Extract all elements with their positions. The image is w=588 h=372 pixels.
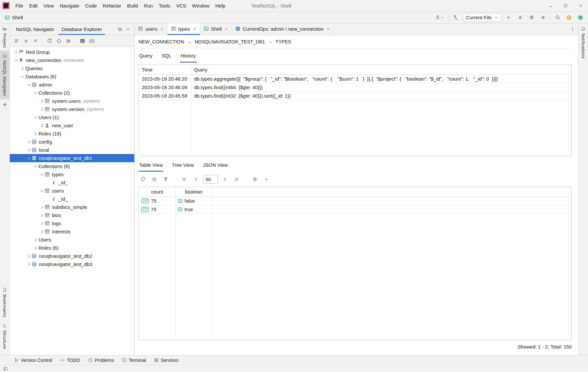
tree-row[interactable]: Collections (2)	[10, 89, 134, 97]
stop-icon[interactable]	[539, 13, 547, 22]
locate-icon[interactable]	[55, 37, 63, 45]
next-page-icon[interactable]	[220, 175, 229, 184]
expand-chevron-icon[interactable]	[39, 204, 44, 210]
expand-chevron-icon[interactable]	[32, 163, 38, 169]
expand-chevron-icon[interactable]	[12, 49, 18, 55]
grid-row[interactable]: i32 75 false	[139, 197, 571, 205]
query-tab[interactable]: SQL	[161, 53, 172, 63]
expand-chevron-icon[interactable]	[25, 82, 31, 88]
tree-row[interactable]: types	[10, 170, 134, 178]
tree-row[interactable]: new_user	[10, 121, 134, 130]
stripe-structure-button[interactable]: Structure	[0, 320, 9, 352]
filter-settings-icon[interactable]	[64, 37, 73, 45]
coverage-icon[interactable]	[527, 13, 536, 22]
query-tab[interactable]: Query	[139, 53, 153, 63]
grid-row[interactable]: i32 75 true	[139, 205, 571, 214]
tool-window-button[interactable]: Services	[151, 357, 181, 364]
result-view-tab[interactable]: Tree View	[171, 162, 194, 172]
run-icon[interactable]	[504, 13, 513, 22]
menu-item[interactable]: Run	[141, 0, 156, 11]
editor-tab[interactable]: types	[168, 23, 200, 35]
search-everywhere-icon[interactable]	[553, 13, 562, 22]
tree-row[interactable]: Users	[10, 236, 134, 244]
expand-all-icon[interactable]	[22, 37, 30, 45]
group-by-icon[interactable]	[12, 37, 21, 45]
tree-row[interactable]: Collections (6)	[10, 162, 134, 170]
editor-toggle-icon[interactable]	[78, 37, 87, 45]
expand-chevron-icon[interactable]	[39, 221, 44, 226]
expand-chevron-icon[interactable]	[25, 155, 31, 161]
stripe-project-button[interactable]: Project	[0, 23, 9, 51]
reload-icon[interactable]	[139, 175, 147, 184]
build-hammer-icon[interactable]	[451, 13, 460, 22]
column-divider[interactable]	[212, 187, 212, 340]
expand-chevron-icon[interactable]	[12, 57, 18, 63]
code-with-me-icon[interactable]	[576, 13, 585, 22]
gear-icon[interactable]	[116, 25, 124, 33]
expand-chevron-icon[interactable]	[25, 253, 31, 259]
tool-window-button[interactable]: TODO	[57, 357, 83, 364]
user-profile-icon[interactable]	[434, 13, 445, 22]
hide-panel-icon[interactable]	[124, 25, 132, 33]
tree-row[interactable]: _id_	[10, 178, 134, 187]
tree-row[interactable]: nosqlnavigator_test_db2	[10, 252, 134, 260]
updates-icon[interactable]	[565, 13, 573, 22]
tree-row[interactable]: Databases (6)	[10, 72, 134, 81]
tool-window-button[interactable]: Terminal	[119, 357, 149, 364]
tree-row[interactable]: users	[10, 187, 134, 195]
editor-tab[interactable]: CurrentOps: admin \ new_connection	[232, 23, 334, 35]
expand-chevron-icon[interactable]	[32, 237, 38, 243]
previous-page-icon[interactable]	[191, 175, 200, 184]
tool-window-button[interactable]: Version Control	[11, 357, 55, 364]
menu-item[interactable]: File	[12, 0, 26, 11]
column-header-query[interactable]: Query	[191, 67, 571, 72]
expand-chevron-icon[interactable]	[25, 261, 31, 267]
expand-chevron-icon[interactable]	[32, 90, 38, 96]
close-tab-icon[interactable]	[224, 27, 228, 31]
tree-row[interactable]: Roles (19)	[10, 130, 134, 138]
first-page-icon[interactable]	[180, 175, 189, 184]
result-view-tab[interactable]: Table View	[139, 162, 163, 172]
tree-row[interactable]: Queries	[10, 64, 134, 72]
minimize-window-icon[interactable]	[543, 0, 558, 11]
query-tab[interactable]: History	[180, 53, 197, 63]
expand-chevron-icon[interactable]	[39, 106, 44, 112]
expand-chevron-icon[interactable]	[39, 229, 44, 235]
expand-chevron-icon[interactable]	[39, 123, 44, 129]
editor-tab[interactable]: Shell	[200, 23, 232, 35]
menu-item[interactable]: Window	[189, 0, 212, 11]
tree-row[interactable]: _id_	[10, 195, 134, 203]
tree-row[interactable]: Users (1)	[10, 113, 134, 121]
close-window-icon[interactable]	[573, 0, 588, 11]
expand-chevron-icon[interactable]	[32, 245, 38, 251]
expand-chevron-icon[interactable]	[25, 139, 31, 145]
tree-row[interactable]: Red Group	[10, 48, 134, 56]
tree-row[interactable]: bios	[10, 211, 134, 219]
breadcrumb-database[interactable]: NOSQLNAVIGATOR_TEST_DB1	[195, 39, 265, 44]
result-view-tab[interactable]: JSON View	[202, 162, 228, 172]
close-tab-icon[interactable]	[326, 27, 330, 31]
maximize-window-icon[interactable]	[558, 0, 573, 11]
refresh-icon[interactable]	[45, 37, 54, 45]
expand-chevron-icon[interactable]	[39, 172, 44, 178]
tree-row[interactable]: local	[10, 146, 134, 154]
expand-chevron-icon[interactable]	[32, 115, 38, 120]
expand-chevron-icon[interactable]	[39, 188, 44, 194]
collapse-all-icon[interactable]	[31, 37, 40, 45]
tree-row[interactable]: admin	[10, 81, 134, 89]
history-row[interactable]: 2023-05-18 20:46.09 db.types.find({int64…	[139, 83, 571, 92]
stripe-plugin-button[interactable]	[0, 99, 9, 110]
console-toggle-icon[interactable]	[88, 37, 96, 45]
menu-item[interactable]: Tools	[156, 0, 173, 11]
expand-chevron-icon[interactable]	[45, 196, 51, 202]
menu-item[interactable]: Edit	[26, 0, 41, 11]
tree-row[interactable]: Roles (6)	[10, 244, 134, 252]
close-tab-icon[interactable]	[160, 27, 164, 31]
tree-row[interactable]: system.users (system)	[10, 97, 134, 105]
expand-chevron-icon[interactable]	[19, 74, 25, 80]
menu-item[interactable]: VCS	[173, 0, 189, 11]
tree-row[interactable]: nosqlnavigator_test_db3	[10, 260, 134, 268]
expand-chevron-icon[interactable]	[45, 180, 51, 186]
explorer-tab[interactable]: NoSQL Navigator	[13, 23, 57, 35]
editor-tab[interactable]: users	[135, 23, 168, 35]
